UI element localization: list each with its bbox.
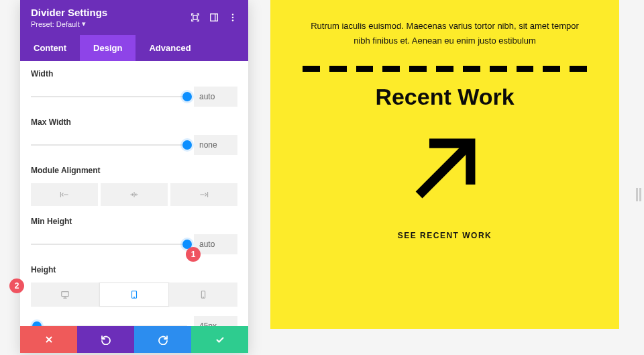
dashed-divider <box>303 66 587 72</box>
max-width-label: Max Width <box>31 117 237 127</box>
preview-link[interactable]: SEE RECENT WORK <box>398 231 492 240</box>
device-tablet-button[interactable] <box>99 283 169 307</box>
max-width-row: Max Width <box>31 111 237 159</box>
tab-design[interactable]: Design <box>80 35 136 61</box>
svg-point-5 <box>232 19 233 21</box>
panel-tabs: Content Design Advanced <box>20 35 248 61</box>
module-alignment-label: Module Alignment <box>31 166 237 175</box>
height-input[interactable] <box>194 316 237 326</box>
annotation-badge-2: 2 <box>9 278 24 293</box>
device-phone-button[interactable] <box>169 283 237 307</box>
panel-title: Divider Settings <box>31 7 107 18</box>
tab-content[interactable]: Content <box>20 35 80 61</box>
expand-icon[interactable] <box>191 13 200 22</box>
height-label: Height <box>31 265 237 274</box>
min-height-row: Min Height <box>31 210 237 258</box>
settings-panel: Divider Settings Preset: Default ▾ Conte… <box>20 0 248 353</box>
svg-point-13 <box>134 297 135 298</box>
device-desktop-button[interactable] <box>31 283 99 307</box>
svg-point-15 <box>203 297 204 298</box>
preset-label: Preset: <box>31 20 54 28</box>
undo-button[interactable] <box>77 326 134 353</box>
min-height-slider[interactable] <box>31 244 187 245</box>
max-width-input[interactable] <box>194 135 237 155</box>
svg-rect-9 <box>62 292 69 297</box>
align-center-button[interactable] <box>101 183 168 206</box>
height-slider[interactable] <box>31 325 187 326</box>
confirm-button[interactable] <box>191 326 248 353</box>
preview-canvas: Rutrum iaculis euismod. Maecenas varius … <box>270 0 619 329</box>
min-height-input[interactable] <box>194 234 237 254</box>
panel-preset[interactable]: Preset: Default ▾ <box>31 19 107 28</box>
svg-rect-1 <box>211 14 218 21</box>
width-label: Width <box>31 69 237 79</box>
width-row: Width <box>31 62 237 111</box>
arrow-icon <box>402 126 488 212</box>
caret-down-icon: ▾ <box>82 19 86 28</box>
width-slider[interactable] <box>31 96 187 97</box>
svg-point-3 <box>232 13 233 15</box>
redo-button[interactable] <box>134 326 191 353</box>
annotation-badge-1: 1 <box>186 247 201 262</box>
svg-rect-0 <box>193 15 197 19</box>
settings-body[interactable]: Width Max Width Module Alignment <box>20 61 248 326</box>
svg-point-4 <box>232 17 233 18</box>
width-input[interactable] <box>194 87 237 107</box>
panel-footer <box>20 326 248 353</box>
module-alignment-row: Module Alignment <box>31 159 237 210</box>
panel-title-block: Divider Settings Preset: Default ▾ <box>31 7 107 28</box>
preview-intro-text: Rutrum iaculis euismod. Maecenas varius … <box>303 19 587 48</box>
cancel-button[interactable] <box>20 326 77 353</box>
resize-handle[interactable] <box>636 188 641 201</box>
kebab-icon[interactable] <box>228 13 237 22</box>
max-width-slider[interactable] <box>31 144 187 146</box>
min-height-label: Min Height <box>31 217 237 226</box>
height-row: Height <box>31 258 237 326</box>
tab-advanced[interactable]: Advanced <box>136 35 204 61</box>
align-left-button[interactable] <box>31 183 98 206</box>
dock-icon[interactable] <box>209 13 219 22</box>
preset-value: Default <box>56 20 80 28</box>
preview-heading: Recent Work <box>375 84 514 110</box>
panel-header: Divider Settings Preset: Default ▾ <box>20 0 248 35</box>
align-right-button[interactable] <box>170 183 237 206</box>
